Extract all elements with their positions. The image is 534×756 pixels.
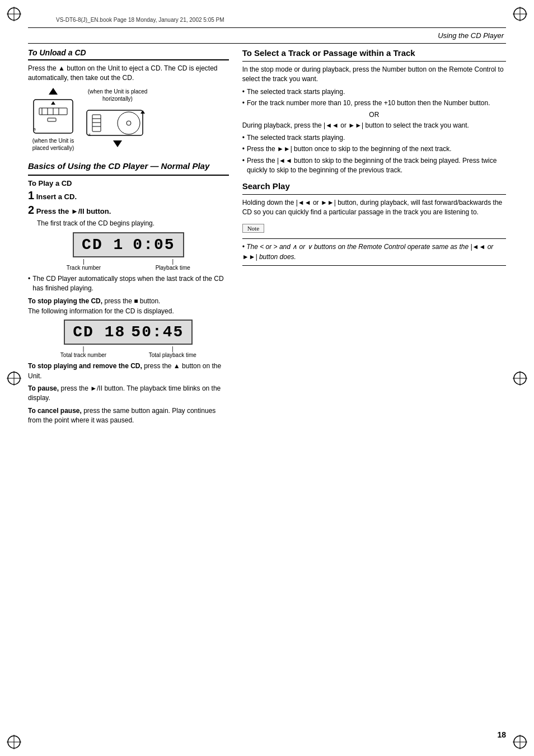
svg-text:s: s: [88, 132, 91, 137]
note-header: Note: [242, 224, 264, 233]
select-intro: In the stop mode or during playback, pre…: [242, 65, 506, 84]
svg-rect-24: [48, 118, 56, 121]
caption-vertical: (when the Unit is placed vertically): [28, 137, 78, 152]
step2: 2 Press the ►/II button.: [28, 204, 229, 215]
select-bullet2-1: • The selected track starts playing.: [242, 133, 506, 143]
search-rule: [242, 194, 506, 195]
top-rule: [28, 27, 506, 28]
bullet-cd-stops: • The CD Player automatically stops when…: [28, 274, 229, 294]
select-track-section: To Select a Track or Passage within a Tr…: [242, 48, 506, 176]
display1-labels: | Track number | Playback time: [28, 259, 229, 271]
label-total-track: | Total track number: [60, 346, 106, 358]
stop-playing-text: To stop playing the CD, press the ■ butt…: [28, 297, 229, 316]
svg-rect-28: [92, 115, 101, 132]
svg-point-33: [127, 121, 131, 125]
note-text: • The < or > and ∧ or ∨ buttons on the R…: [242, 242, 506, 262]
label-playback-time: | Playback time: [156, 259, 190, 271]
display1-left: CD 1: [82, 236, 124, 253]
display2-left: CD 18: [73, 323, 125, 341]
unload-section: To Unload a CD Press the ▲ button on the…: [28, 48, 229, 152]
main-content: To Unload a CD Press the ▲ button on the…: [28, 48, 506, 429]
search-play-section: Search Play Holding down the |◄◄ or ►►| …: [242, 181, 506, 218]
right-column: To Select a Track or Passage within a Tr…: [242, 48, 506, 429]
label-total-playback: | Total playback time: [149, 346, 196, 358]
cancel-pause-text: To cancel pause, press the same button a…: [28, 406, 229, 426]
stop-remove-text: To stop playing and remove the CD, press…: [28, 361, 229, 381]
search-play-body: Holding down the |◄◄ or ►►| button, duri…: [242, 198, 506, 218]
svg-point-32: [118, 112, 140, 134]
select-track-title: To Select a Track or Passage within a Tr…: [242, 48, 506, 58]
cd-unit-horizontal-svg: s: [84, 105, 151, 138]
cd-unit-vertical-svg: s: [31, 97, 76, 136]
svg-marker-26: [51, 101, 55, 105]
basics-title: Basics of Using the CD Player — Normal P…: [28, 161, 229, 172]
corner-circle-br: [513, 735, 527, 749]
corner-circle-tr: [513, 7, 527, 21]
or-text: During playback, press the |◄◄ or ►►| bu…: [242, 121, 506, 130]
display2: CD 18 50:45 | Total track number | Total…: [28, 320, 229, 358]
mid-left-crosshair: [7, 371, 21, 386]
unload-body: Press the ▲ button on the Unit to eject …: [28, 64, 229, 83]
unload-title: To Unload a CD: [28, 48, 229, 57]
cd-illustration: s (when the Unit is placed vertically) (…: [28, 88, 229, 152]
select-bullets2: • The selected track starts playing. • P…: [242, 133, 506, 176]
cd-horizontal-unit: (when the Unit is placedhorizontally) s: [84, 88, 151, 147]
select-bullets1: • The selected track starts playing. • F…: [242, 87, 506, 109]
or-divider: OR: [242, 111, 506, 119]
select-bullet-1: • The selected track starts playing.: [242, 87, 506, 97]
page-number: 18: [497, 730, 506, 739]
corner-circle-bl: [7, 735, 21, 749]
basics-section: Basics of Using the CD Player — Normal P…: [28, 161, 229, 426]
corner-circle-tl: [7, 7, 21, 21]
display2-right: 50:45: [131, 323, 184, 341]
display1: CD 1 0:05 | Track number | Playback time: [28, 232, 229, 271]
select-rule: [242, 61, 506, 62]
display2-labels: | Total track number | Total playback ti…: [28, 346, 229, 358]
svg-text:s: s: [34, 126, 36, 132]
mid-right-crosshair: [513, 371, 527, 386]
step2-label: Press the ►/II button.: [36, 207, 111, 215]
label-track-number: | Track number: [67, 259, 101, 271]
pause-text: To pause, press the ►/II button. The pla…: [28, 384, 229, 403]
select-bullet2-2: • Press the ►►| button once to skip to t…: [242, 144, 506, 154]
search-play-title: Search Play: [242, 181, 506, 191]
play-cd-title: To Play a CD: [28, 179, 229, 187]
note-top-rule: [242, 238, 506, 239]
select-bullet2-3: • Press the |◄◄ button to skip to the be…: [242, 156, 506, 176]
note-bottom-rule: [242, 265, 506, 266]
step1: 1 Insert a CD.: [28, 190, 229, 201]
display1-right: 0:05: [133, 236, 175, 253]
page-container: VS-DT6-8(J)_EN.book Page 18 Monday, Janu…: [0, 0, 534, 756]
basics-rule: [28, 175, 229, 176]
unload-rule: [28, 59, 229, 60]
svg-marker-35: [140, 110, 145, 114]
step1-label: Insert a CD.: [36, 192, 77, 201]
file-meta: VS-DT6-8(J)_EN.book Page 18 Monday, Janu…: [56, 17, 506, 23]
cd-vertical-unit: s (when the Unit is placed vertically): [28, 88, 78, 152]
select-bullet-2: • For the track number more than 10, pre…: [242, 98, 506, 108]
header-rule: [28, 43, 506, 44]
step2-body: The first track of the CD begins playing…: [37, 219, 229, 228]
note-box: Note • The < or > and ∧ or ∨ buttons on …: [242, 224, 506, 266]
left-column: To Unload a CD Press the ▲ button on the…: [28, 48, 229, 429]
page-header: Using the CD Player: [28, 31, 506, 40]
caption-horizontal: (when the Unit is placedhorizontally): [88, 88, 148, 102]
